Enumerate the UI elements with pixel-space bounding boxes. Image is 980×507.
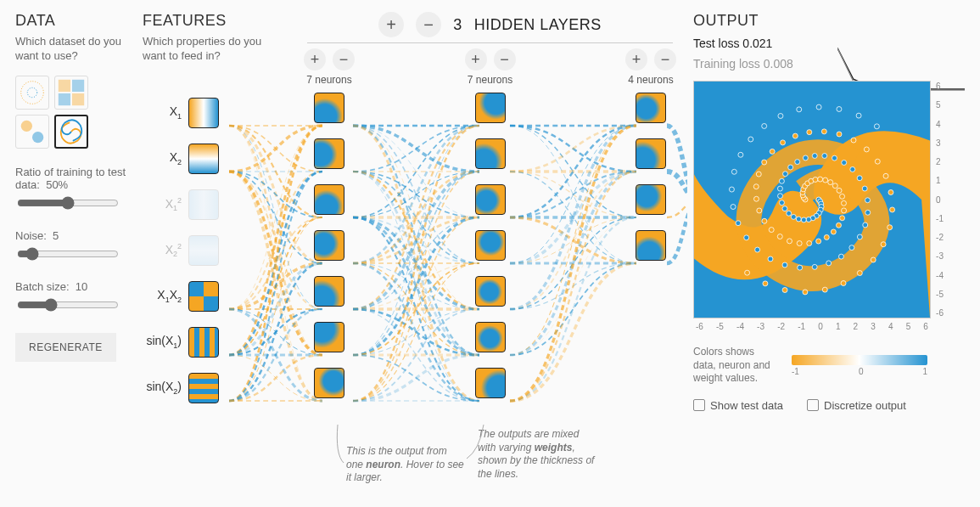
features-list: X1X2X12X22X1X2sin(X1)sin(X2) [143, 98, 287, 403]
data-subtitle: Which dataset do you want to use? [15, 35, 143, 64]
neuron[interactable] [636, 184, 666, 215]
neuron[interactable] [475, 230, 506, 261]
svg-point-55 [738, 152, 743, 157]
svg-point-111 [871, 257, 876, 262]
svg-point-73 [818, 177, 823, 182]
svg-point-52 [731, 205, 736, 210]
batch-control: Batch size: 10 [15, 280, 143, 314]
batch-slider[interactable] [17, 298, 119, 312]
svg-point-54 [731, 169, 736, 174]
neuron[interactable] [314, 138, 344, 169]
output-heatmap[interactable]: -6-5-4-3-2-10123456 6543210-1-2-3-4-5-6 [693, 81, 931, 318]
feature-3: X22 [143, 235, 287, 266]
svg-point-78 [840, 194, 845, 199]
feature-node[interactable] [188, 98, 219, 128]
neuron[interactable] [636, 138, 666, 169]
svg-point-24 [778, 194, 783, 199]
feature-5: sin(X1) [143, 327, 287, 358]
add-layer-button[interactable]: + [378, 12, 404, 37]
svg-point-108 [890, 207, 895, 212]
dataset-circle[interactable] [15, 76, 49, 110]
feature-node[interactable] [188, 189, 219, 220]
svg-point-91 [762, 218, 767, 223]
neuron[interactable] [475, 93, 506, 123]
svg-point-48 [768, 256, 773, 262]
remove-neuron-button[interactable]: − [654, 48, 676, 70]
add-neuron-button[interactable]: + [625, 48, 647, 70]
feature-4: X1X2 [143, 281, 287, 312]
neuron[interactable] [314, 184, 344, 215]
svg-point-107 [888, 190, 893, 195]
svg-point-57 [762, 123, 767, 128]
svg-point-29 [795, 160, 800, 165]
remove-neuron-button[interactable]: − [494, 48, 516, 70]
svg-point-60 [816, 104, 821, 110]
svg-point-96 [762, 160, 767, 165]
regenerate-button[interactable]: REGENERATE [15, 333, 116, 362]
svg-point-19 [796, 217, 801, 222]
svg-point-40 [863, 223, 868, 228]
svg-point-80 [842, 208, 847, 213]
dataset-xor[interactable] [54, 76, 88, 110]
neuron[interactable] [314, 93, 344, 123]
neuron[interactable] [636, 230, 666, 261]
neuron[interactable] [314, 230, 344, 261]
neuron[interactable] [475, 184, 506, 215]
feature-node[interactable] [188, 281, 219, 312]
feature-label: X1 [143, 104, 182, 121]
svg-point-51 [736, 221, 741, 226]
feature-0: X1 [143, 98, 287, 128]
feature-label: X2 [143, 150, 182, 166]
feature-node[interactable] [188, 327, 219, 358]
svg-point-49 [755, 247, 760, 252]
svg-point-90 [769, 228, 774, 233]
svg-point-63 [874, 124, 879, 129]
neuron[interactable] [314, 322, 344, 352]
remove-layer-button[interactable]: − [416, 12, 441, 37]
feature-1: X2 [143, 144, 287, 174]
dataset-spiral[interactable] [54, 115, 88, 149]
svg-point-74 [823, 177, 828, 183]
feature-label: sin(X1) [143, 334, 182, 350]
svg-point-41 [857, 234, 862, 239]
svg-point-77 [837, 188, 842, 193]
svg-point-59 [797, 107, 802, 112]
svg-point-23 [779, 200, 784, 206]
svg-point-102 [837, 132, 842, 137]
add-neuron-button[interactable]: + [304, 48, 326, 70]
noise-slider[interactable] [17, 247, 119, 261]
svg-point-58 [778, 114, 783, 119]
neuron[interactable] [475, 276, 506, 307]
neuron[interactable] [475, 138, 506, 169]
ratio-slider[interactable] [17, 196, 119, 210]
svg-point-87 [797, 241, 802, 246]
neuron[interactable] [475, 368, 506, 398]
neuron[interactable] [475, 322, 506, 352]
svg-point-110 [881, 242, 886, 247]
add-neuron-button[interactable]: + [465, 48, 487, 70]
svg-point-106 [883, 173, 888, 178]
neuron[interactable] [636, 93, 666, 123]
layer-caption: 4 neurons [628, 74, 673, 86]
svg-point-39 [865, 210, 871, 215]
remove-neuron-button[interactable]: − [333, 48, 355, 70]
svg-point-38 [865, 198, 871, 203]
svg-point-1 [27, 87, 36, 97]
svg-point-117 [763, 281, 768, 286]
svg-point-88 [787, 239, 792, 244]
dataset-gauss[interactable] [15, 115, 49, 149]
feature-node[interactable] [188, 373, 219, 403]
show-test-checkbox[interactable]: Show test data [693, 399, 783, 412]
svg-point-94 [753, 184, 759, 189]
neuron[interactable] [314, 276, 344, 307]
svg-point-92 [757, 208, 762, 213]
feature-node[interactable] [188, 144, 219, 174]
svg-point-115 [803, 290, 808, 295]
discretize-checkbox[interactable]: Discretize output [807, 399, 906, 412]
svg-point-116 [782, 288, 787, 293]
hidden-layer-2: +−4 neurons [625, 48, 676, 398]
svg-rect-5 [59, 93, 70, 105]
feature-node[interactable] [188, 235, 219, 266]
neuron[interactable] [314, 368, 344, 398]
svg-point-105 [875, 159, 880, 164]
